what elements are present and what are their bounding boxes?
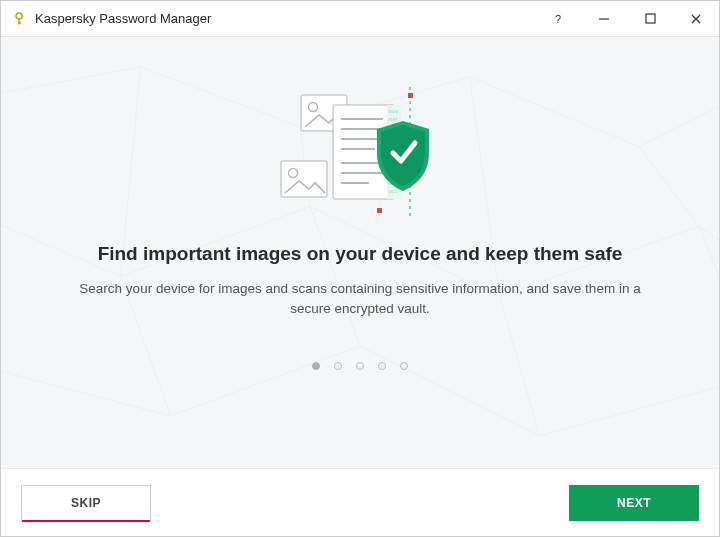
page-dot-5[interactable] (400, 362, 408, 370)
footer: Skip Next (1, 468, 719, 536)
svg-text:0101: 0101 (388, 117, 398, 122)
page-dot-2[interactable] (334, 362, 342, 370)
svg-rect-13 (281, 161, 327, 197)
svg-rect-5 (646, 14, 655, 23)
svg-rect-10 (377, 208, 382, 213)
onboarding-content: 10100101 11000011 10100110 10010101 1110… (1, 37, 719, 468)
close-button[interactable] (673, 1, 719, 36)
onboarding-illustration: 10100101 11000011 10100110 10010101 1110… (275, 87, 445, 217)
page-dot-4[interactable] (378, 362, 386, 370)
app-window: Kaspersky Password Manager ? (0, 0, 720, 537)
svg-text:1011: 1011 (388, 189, 398, 194)
skip-button[interactable]: Skip (21, 485, 151, 521)
window-controls: ? (535, 1, 719, 36)
titlebar: Kaspersky Password Manager ? (1, 1, 719, 37)
onboarding-body: 10100101 11000011 10100110 10010101 1110… (1, 37, 719, 468)
svg-point-0 (16, 13, 22, 19)
maximize-button[interactable] (627, 1, 673, 36)
svg-text:1010: 1010 (388, 109, 398, 114)
next-button[interactable]: Next (569, 485, 699, 521)
help-button[interactable]: ? (535, 1, 581, 36)
onboarding-headline: Find important images on your device and… (98, 243, 623, 265)
onboarding-subtext: Search your device for images and scans … (70, 279, 650, 318)
window-title: Kaspersky Password Manager (35, 11, 211, 26)
app-icon (11, 11, 27, 27)
page-dot-3[interactable] (356, 362, 364, 370)
svg-rect-2 (18, 22, 21, 23)
minimize-button[interactable] (581, 1, 627, 36)
svg-text:?: ? (555, 13, 561, 25)
svg-rect-9 (408, 93, 413, 98)
page-dot-1[interactable] (312, 362, 320, 370)
page-indicator (312, 362, 408, 370)
